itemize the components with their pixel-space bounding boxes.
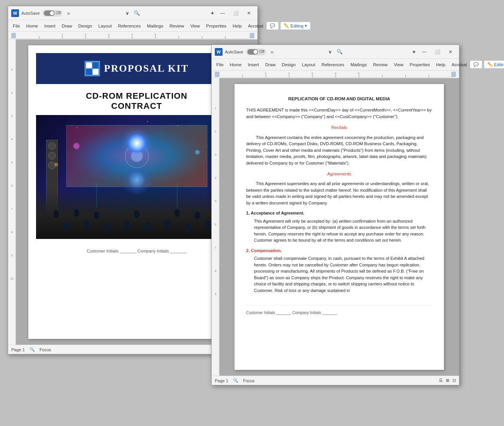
menu-help-1[interactable]: Help xyxy=(230,22,245,30)
doc-page-2: REPLICATION OF CD-ROM AND DIGITAL MEDIA … xyxy=(235,84,444,370)
comment-icon-1: 💬 xyxy=(270,23,275,28)
toggle-thumb-1 xyxy=(50,11,54,15)
editing-label-2: Editing xyxy=(494,62,504,67)
svg-point-39 xyxy=(94,211,99,219)
doc-footer-initials-2: Customer Initials _______ Company Initia… xyxy=(246,311,337,315)
svg-text:5: 5 xyxy=(154,33,156,36)
status-bar-right-2: ☰ ⊞ ⊡ xyxy=(439,378,456,383)
v-ruler-svg-1: 1 2 3 4 5 6 7 8 9 10 xyxy=(8,40,16,345)
title-bar-2: W AutoSave Off » ∨ 🔍 ✦ — ⬜ ✕ xyxy=(212,45,459,59)
status-focus-icon-1: 🔍 xyxy=(29,347,35,352)
logo-sq-4 xyxy=(93,69,98,75)
view-web-icon-2[interactable]: ⊡ xyxy=(452,378,456,383)
ruler-1: 1 2 3 4 5 xyxy=(8,32,257,40)
svg-text:1: 1 xyxy=(265,72,267,75)
title-bar-left-1: W AutoSave Off » xyxy=(11,9,72,17)
page-info-2: Page 1 xyxy=(215,378,228,383)
restore-button-2[interactable]: ⬜ xyxy=(432,48,443,56)
menu-references-1[interactable]: References xyxy=(115,22,144,30)
menu-acrobat-2[interactable]: Acrobat xyxy=(449,61,470,69)
word-window-2: W AutoSave Off » ∨ 🔍 ✦ — ⬜ ✕ File Home I… xyxy=(211,45,459,385)
comment-button-2[interactable]: 💬 xyxy=(470,60,482,69)
svg-text:1: 1 xyxy=(11,68,13,71)
close-button-2[interactable]: ✕ xyxy=(445,48,456,56)
svg-text:2: 2 xyxy=(288,72,290,75)
menu-file-2[interactable]: File xyxy=(213,61,227,69)
editing-button-1[interactable]: ✏️ Editing ▾ xyxy=(280,22,311,30)
autosave-label-2: AutoSave xyxy=(225,50,243,54)
restore-button-1[interactable]: ⬜ xyxy=(230,9,241,17)
menu-mailings-1[interactable]: Mailings xyxy=(144,22,166,30)
title-center-2: ∨ 🔍 xyxy=(275,49,396,55)
svg-text:3: 3 xyxy=(311,72,313,75)
menu-help-2[interactable]: Help xyxy=(433,61,449,69)
search-icon-2[interactable]: 🔍 xyxy=(337,49,343,55)
svg-point-42 xyxy=(195,211,200,219)
svg-point-47 xyxy=(195,150,200,155)
v-ruler-svg-2: 1 2 3 4 5 6 7 8 9 xyxy=(212,78,219,376)
svg-text:4: 4 xyxy=(335,72,337,75)
menu-insert-1[interactable]: Insert xyxy=(41,22,59,30)
word-logo-2: W xyxy=(215,48,223,56)
svg-point-31 xyxy=(104,223,110,232)
toggle-track-1 xyxy=(44,10,55,16)
view-layout-icon-2[interactable]: ⊞ xyxy=(446,378,449,383)
menu-references-2[interactable]: References xyxy=(318,61,347,69)
menu-mailings-2[interactable]: Mailings xyxy=(347,61,370,69)
toggle-thumb-2 xyxy=(254,50,257,54)
menu-design-2[interactable]: Design xyxy=(279,61,299,69)
pencil-icon-2: ✏️ xyxy=(487,62,493,67)
autosave-toggle-2[interactable]: Off xyxy=(246,48,266,55)
close-button-1[interactable]: ✕ xyxy=(243,9,254,17)
menu-layout-1[interactable]: Layout xyxy=(95,22,115,30)
autosave-toggle-1[interactable]: Off xyxy=(42,10,62,17)
menu-view-1[interactable]: View xyxy=(187,22,203,30)
svg-point-34 xyxy=(164,220,170,229)
svg-text:4: 4 xyxy=(131,33,133,36)
menu-insert-2[interactable]: Insert xyxy=(245,61,262,69)
svg-point-38 xyxy=(74,209,79,217)
menu-prop-1[interactable]: Properties xyxy=(203,22,230,30)
editing-button-2[interactable]: ✏️ Editing ▾ xyxy=(484,60,504,69)
cover-header: Proposal Kit xyxy=(36,53,238,84)
menu-review-2[interactable]: Review xyxy=(370,61,391,69)
svg-text:3: 3 xyxy=(215,153,217,156)
designer-icon-2[interactable]: ✦ xyxy=(412,49,416,55)
svg-point-37 xyxy=(54,210,59,218)
menu-home-2[interactable]: Home xyxy=(227,61,245,69)
menu-home-1[interactable]: Home xyxy=(23,22,41,30)
view-normal-icon-2[interactable]: ☰ xyxy=(439,378,443,383)
v-ruler-2: 1 2 3 4 5 6 7 8 9 xyxy=(212,78,219,376)
svg-text:7: 7 xyxy=(11,207,13,211)
svg-point-40 xyxy=(134,210,140,218)
menu-prop-2[interactable]: Properties xyxy=(407,61,433,69)
doc-scroll-2[interactable]: REPLICATION OF CD-ROM AND DIGITAL MEDIA … xyxy=(219,78,459,376)
menu-view-2[interactable]: View xyxy=(391,61,407,69)
designer-icon-1[interactable]: ✦ xyxy=(210,10,215,16)
svg-text:4: 4 xyxy=(215,176,217,180)
svg-text:2: 2 xyxy=(215,130,217,133)
menu-draw-2[interactable]: Draw xyxy=(262,61,279,69)
title-arrows-1: » xyxy=(67,10,70,16)
menu-draw-1[interactable]: Draw xyxy=(59,22,75,30)
minimize-button-1[interactable]: — xyxy=(217,9,228,17)
minimize-arrow-2: ∨ xyxy=(328,49,332,55)
doc-intro: THIS AGREEMENT is made this <<CurrentDay… xyxy=(246,107,432,120)
menu-review-1[interactable]: Review xyxy=(166,22,187,30)
status-focus-icon-2: 🔍 xyxy=(233,378,238,383)
title-center-1: ∨ 🔍 xyxy=(72,10,194,16)
comment-button-1[interactable]: 💬 xyxy=(266,22,279,30)
menu-design-1[interactable]: Design xyxy=(75,22,95,30)
status-bar-2: Page 1 🔍 Focus ☰ ⊞ ⊡ xyxy=(212,376,459,385)
menu-file-1[interactable]: File xyxy=(10,22,23,30)
svg-text:2: 2 xyxy=(11,91,13,94)
svg-text:9: 9 xyxy=(215,292,217,296)
menu-layout-2[interactable]: Layout xyxy=(299,61,319,69)
menu-bar-right-1: 💬 ✏️ Editing ▾ xyxy=(266,22,311,30)
ruler-svg-2: 1 2 3 4 5 xyxy=(219,71,451,78)
minimize-button-2[interactable]: — xyxy=(419,48,430,56)
doc-section2-body: This Agreement supersedes any and all pr… xyxy=(246,180,432,206)
menu-acrobat-1[interactable]: Acrobat xyxy=(245,22,267,30)
search-icon-1[interactable]: 🔍 xyxy=(134,10,140,16)
svg-text:3: 3 xyxy=(11,114,13,118)
